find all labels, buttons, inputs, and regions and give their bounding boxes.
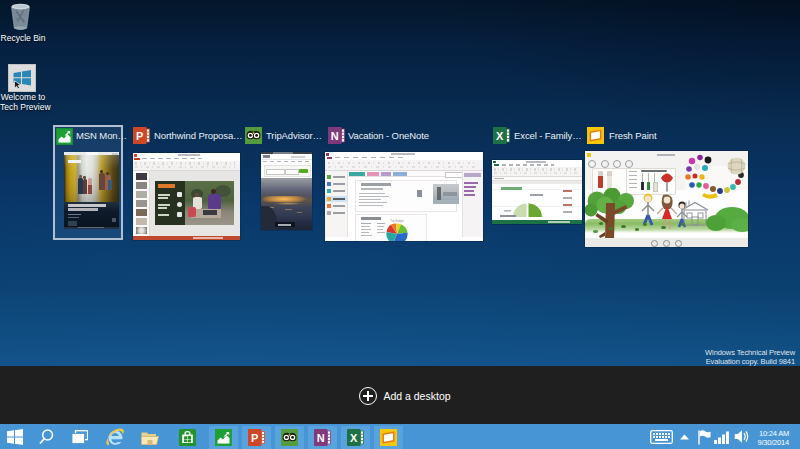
svg-text:P: P [251, 432, 258, 444]
svg-text:X: X [496, 130, 504, 142]
svg-text:P: P [136, 130, 143, 142]
svg-text:Trip Budget: Trip Budget [390, 219, 404, 223]
svg-text:X: X [350, 432, 358, 444]
svg-text:N: N [331, 130, 339, 142]
svg-text:N: N [317, 432, 325, 444]
